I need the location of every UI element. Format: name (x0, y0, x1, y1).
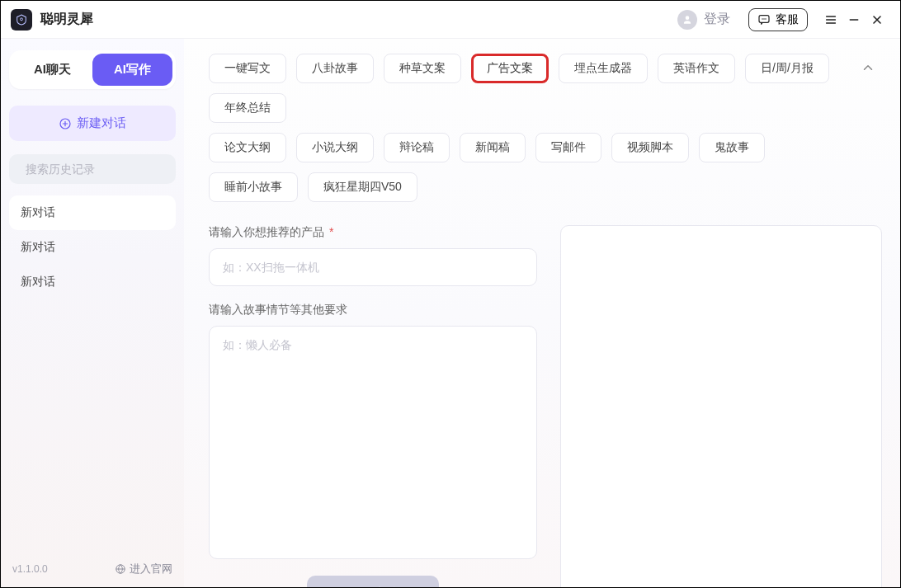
minimize-button[interactable] (842, 8, 866, 31)
tab-ai-chat[interactable]: AI聊天 (12, 54, 92, 86)
template-tag[interactable]: 一键写文 (209, 54, 286, 83)
template-tag[interactable]: 鬼故事 (699, 133, 765, 162)
minimize-icon (847, 13, 861, 26)
template-tag[interactable]: 英语作文 (658, 54, 735, 83)
template-tag[interactable]: 论文大纲 (209, 133, 286, 162)
tag-row-2: 论文大纲小说大纲辩论稿新闻稿写邮件视频脚本鬼故事睡前小故事疯狂星期四V50 (209, 133, 839, 202)
new-chat-label: 新建对话 (77, 115, 126, 131)
product-field-label: 请输入你想推荐的产品 * (209, 225, 537, 240)
globe-icon (115, 563, 126, 575)
required-star: * (326, 225, 333, 238)
form-area: 请输入你想推荐的产品 * 请输入故事情节等其他要求 开始生成 (209, 225, 882, 588)
main-panel: 一键写文八卦故事种草文案广告文案埋点生成器英语作文日/周/月报年终总结 论文大纲… (184, 39, 900, 588)
plus-circle-icon (59, 117, 72, 130)
generate-button[interactable]: 开始生成 (307, 576, 439, 588)
menu-button[interactable] (819, 8, 842, 31)
chevron-up-icon (861, 60, 875, 75)
template-tag[interactable]: 八卦故事 (296, 54, 374, 83)
template-tag[interactable]: 睡前小故事 (209, 172, 298, 202)
template-tag[interactable]: 辩论稿 (384, 133, 450, 162)
version-label: v1.1.0.0 (12, 563, 48, 575)
template-tag[interactable]: 日/周/月报 (745, 54, 829, 83)
official-label: 进入官网 (130, 562, 172, 576)
close-button[interactable] (866, 8, 889, 31)
story-field-label: 请输入故事情节等其他要求 (209, 303, 537, 318)
svg-point-4 (765, 18, 766, 19)
conversation-item[interactable]: 新对话 (9, 230, 176, 265)
sidebar: AI聊天 AI写作 新建对话 新对话新对话新对话 v1.1.0.0 进入官网 (1, 39, 184, 588)
close-icon (870, 13, 884, 26)
app-logo (11, 9, 32, 31)
conversation-item[interactable]: 新对话 (9, 195, 176, 230)
sidebar-footer: v1.1.0.0 进入官网 (9, 557, 176, 580)
template-tag[interactable]: 疯狂星期四V50 (308, 172, 417, 202)
output-panel (560, 225, 882, 588)
template-tag[interactable]: 小说大纲 (296, 133, 374, 162)
template-tag[interactable]: 埋点生成器 (559, 54, 648, 83)
template-tag[interactable]: 新闻稿 (460, 133, 526, 162)
service-label: 客服 (776, 12, 799, 27)
svg-point-2 (762, 18, 762, 19)
avatar-icon (677, 10, 697, 30)
mode-tab-switch: AI聊天 AI写作 (9, 50, 176, 89)
app-title: 聪明灵犀 (40, 11, 93, 28)
tag-row-1: 一键写文八卦故事种草文案广告文案埋点生成器英语作文日/周/月报年终总结 (209, 54, 839, 123)
form-right-column (560, 225, 882, 588)
login-button[interactable]: 登录 (677, 10, 730, 30)
conversation-list: 新对话新对话新对话 (9, 195, 176, 299)
login-label: 登录 (704, 11, 730, 28)
customer-service-button[interactable]: 客服 (748, 8, 808, 31)
official-site-link[interactable]: 进入官网 (115, 562, 172, 576)
product-input[interactable] (209, 248, 537, 286)
template-tag[interactable]: 写邮件 (535, 133, 601, 162)
form-left-column: 请输入你想推荐的产品 * 请输入故事情节等其他要求 开始生成 (209, 225, 537, 588)
template-tag[interactable]: 年终总结 (209, 93, 286, 123)
template-tag[interactable]: 广告文案 (471, 54, 549, 83)
template-tag[interactable]: 种草文案 (384, 54, 461, 83)
svg-point-0 (21, 17, 23, 20)
tab-ai-write[interactable]: AI写作 (92, 54, 172, 86)
conversation-item[interactable]: 新对话 (9, 265, 176, 299)
title-bar: 聪明灵犀 登录 客服 (1, 1, 900, 39)
svg-point-3 (763, 18, 764, 19)
template-tag-area: 一键写文八卦故事种草文案广告文案埋点生成器英语作文日/周/月报年终总结 论文大纲… (209, 54, 882, 202)
new-chat-button[interactable]: 新建对话 (9, 106, 176, 141)
template-tag[interactable]: 视频脚本 (611, 133, 689, 162)
chat-bubble-icon (757, 13, 771, 26)
logo-icon (15, 13, 28, 26)
menu-icon (824, 13, 837, 26)
story-textarea[interactable] (209, 326, 537, 559)
search-input[interactable] (26, 162, 170, 176)
collapse-tags-button[interactable] (854, 54, 882, 82)
search-history-box[interactable] (9, 154, 176, 184)
